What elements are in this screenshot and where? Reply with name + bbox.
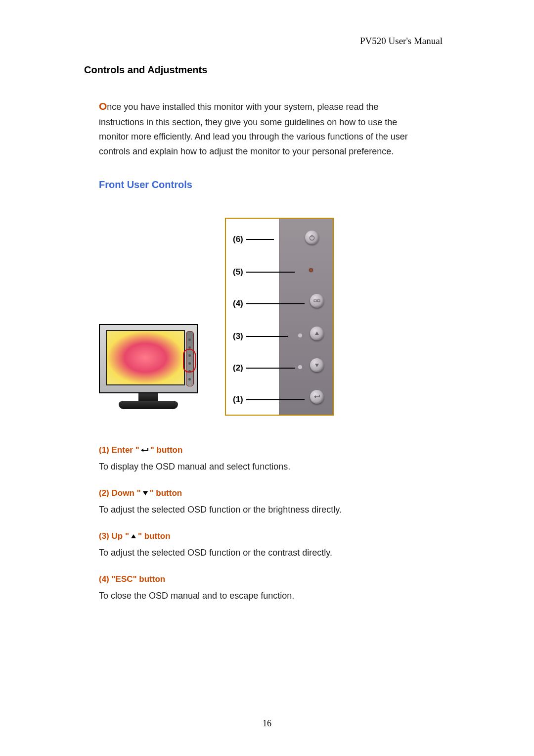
manual-page: PV520 User's Manual Controls and Adjustm… <box>0 0 534 756</box>
control-item-title: (4) "ESC" button <box>99 574 445 584</box>
control-panel-figure: (6) (5) (4) (3) (2) <box>225 218 334 416</box>
control-item-title: (3) Up " " button <box>99 531 445 541</box>
header-title: User's Manual <box>386 36 443 46</box>
callout-label: (3) <box>233 331 243 341</box>
page-number: 16 <box>0 718 534 729</box>
model-name: PV520 <box>360 36 386 46</box>
control-item-body: To adjust the selected OSD function or t… <box>99 503 445 517</box>
intro-paragraph: Once you have installed this monitor wit… <box>99 98 415 159</box>
figure-row: (6) (5) (4) (3) (2) <box>99 218 445 416</box>
intro-dropcap: O <box>99 100 107 112</box>
led-indicator-icon <box>309 268 313 272</box>
svg-marker-4 <box>315 331 319 335</box>
panel-surface <box>279 219 333 415</box>
title-pre: (3) Up " <box>99 531 129 541</box>
monitor-bezel <box>99 324 198 393</box>
callout-label: (4) <box>233 299 243 309</box>
control-item-title: (2) Down " " button <box>99 488 445 498</box>
svg-marker-5 <box>315 364 319 367</box>
power-button-icon <box>305 231 319 244</box>
callout-line <box>246 368 295 369</box>
svg-marker-6 <box>314 395 316 398</box>
svg-marker-9 <box>131 534 136 538</box>
callout-line <box>246 272 295 273</box>
up-button-icon <box>310 327 324 340</box>
callout: (1) <box>233 395 305 405</box>
callout-line <box>246 239 274 240</box>
body-block: Once you have installed this monitor wit… <box>99 98 445 603</box>
title-pre: (1) Enter " <box>99 445 139 455</box>
monitor-figure <box>99 324 198 416</box>
control-item-body: To display the OSD manual and select fun… <box>99 460 445 473</box>
title-post: " button <box>150 445 183 455</box>
control-item-body: To adjust the selected OSD function or t… <box>99 546 445 560</box>
svg-rect-3 <box>317 300 320 302</box>
callout: (3) <box>233 331 288 341</box>
subheading: Front User Controls <box>99 179 445 190</box>
up-arrow-icon <box>130 533 137 539</box>
callout: (6) <box>233 235 274 244</box>
callout: (5) <box>233 267 295 277</box>
callout-line <box>246 336 288 337</box>
title-post: " button <box>138 531 171 541</box>
esc-button-icon <box>310 294 324 308</box>
monitor-screen <box>106 330 185 385</box>
down-indicator-icon <box>298 365 302 369</box>
callout-label: (1) <box>233 395 243 405</box>
callout-line <box>246 303 305 304</box>
control-item-title: (1) Enter " " button <box>99 445 445 455</box>
svg-marker-8 <box>143 491 148 495</box>
controls-highlight-ring <box>183 349 196 373</box>
callout-label: (6) <box>233 235 243 244</box>
section-title: Controls and Adjustments <box>84 64 445 76</box>
enter-button-icon <box>310 390 324 404</box>
svg-rect-2 <box>314 300 316 302</box>
down-arrow-icon <box>142 490 149 496</box>
intro-text: nce you have installed this monitor with… <box>99 102 408 156</box>
page-header: PV520 User's Manual <box>360 36 443 47</box>
title-post: " button <box>150 488 182 498</box>
control-item-body: To close the OSD manual and to escape fu… <box>99 589 445 603</box>
callout: (4) <box>233 299 305 309</box>
monitor-base <box>119 401 178 409</box>
callout: (2) <box>233 363 295 373</box>
callout-label: (2) <box>233 363 243 373</box>
svg-marker-7 <box>141 448 143 452</box>
panel-callout-area <box>226 219 279 415</box>
callout-label: (5) <box>233 267 243 277</box>
up-indicator-icon <box>298 333 302 337</box>
title-pre: (4) "ESC" button <box>99 574 165 584</box>
enter-arrow-icon <box>140 447 149 454</box>
controls-descriptions: (1) Enter " " button To display the OSD … <box>99 445 445 603</box>
down-button-icon <box>310 358 324 372</box>
title-pre: (2) Down " <box>99 488 141 498</box>
callout-line <box>246 399 305 400</box>
